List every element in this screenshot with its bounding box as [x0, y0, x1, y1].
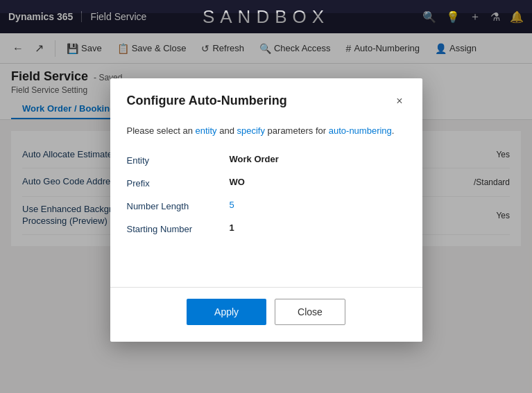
modal-body: Please select an entity and specify para… — [110, 119, 422, 287]
modal-close-button[interactable]: × — [393, 92, 405, 110]
specify-link[interactable]: specify — [237, 125, 265, 136]
apply-button[interactable]: Apply — [187, 299, 266, 325]
modal-header: Configure Auto-Numbering × — [110, 78, 422, 119]
field-label-entity: Entity — [127, 154, 224, 166]
field-value-number-length[interactable]: 5 — [230, 200, 406, 210]
field-grid: Entity Work Order Prefix WO Number Lengt… — [127, 154, 406, 234]
modal-footer: Apply Close — [110, 287, 422, 342]
modal-title: Configure Auto-Numbering — [127, 94, 287, 108]
field-value-entity: Work Order — [230, 154, 406, 164]
field-value-starting-number: 1 — [230, 222, 406, 233]
content-area: Auto Allocate Estimated Products Yes Aut… — [0, 120, 532, 393]
close-button[interactable]: Close — [275, 299, 345, 325]
field-value-prefix: WO — [230, 177, 406, 187]
modal-backdrop[interactable]: Configure Auto-Numbering × Please select… — [0, 13, 532, 393]
close-icon: × — [396, 95, 402, 107]
field-label-starting-number: Starting Number — [127, 222, 224, 234]
field-label-prefix: Prefix — [127, 177, 224, 189]
entity-link[interactable]: entity — [196, 125, 217, 136]
field-label-number-length: Number Length — [127, 200, 224, 211]
auto-numbering-link[interactable]: auto-numbering — [329, 125, 392, 136]
modal-description: Please select an entity and specify para… — [127, 124, 406, 138]
auto-numbering-modal: Configure Auto-Numbering × Please select… — [110, 78, 422, 342]
